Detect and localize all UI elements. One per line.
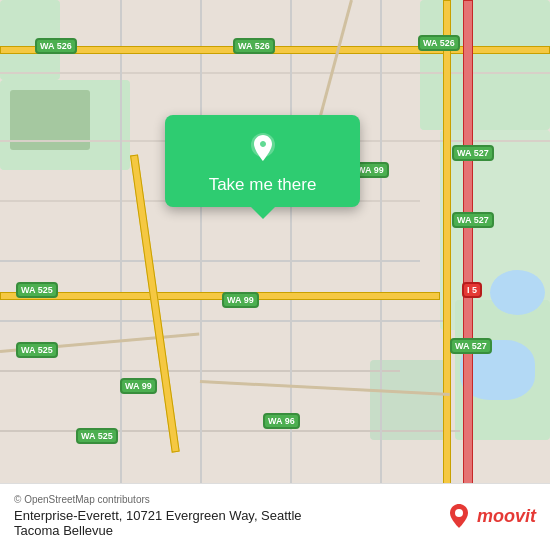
moovit-text: moovit [477, 506, 536, 527]
highway-525 [0, 292, 440, 300]
route-badge-wa527-lower: WA 527 [450, 338, 492, 354]
route-badge-wa525-left: WA 525 [16, 282, 58, 298]
route-badge-wa99-lower: WA 99 [120, 378, 157, 394]
moovit-pin-icon [445, 502, 473, 530]
route-badge-wa525-bottom: WA 525 [76, 428, 118, 444]
street [0, 320, 450, 322]
route-badge-wa526-center: WA 526 [233, 38, 275, 54]
route-badge-wa526-left: WA 526 [35, 38, 77, 54]
green-area [420, 0, 550, 130]
route-badge-wa99-center: WA 99 [222, 292, 259, 308]
street [0, 260, 420, 262]
bottom-bar: © OpenStreetMap contributors Enterprise-… [0, 483, 550, 550]
street [200, 0, 202, 490]
bottom-info: © OpenStreetMap contributors Enterprise-… [14, 494, 445, 538]
popup-label: Take me there [209, 175, 317, 195]
popup-arrow [251, 207, 275, 219]
highway-527 [443, 0, 451, 490]
street [0, 430, 460, 432]
route-badge-wa96: WA 96 [263, 413, 300, 429]
street [380, 0, 382, 490]
svg-point-1 [455, 509, 463, 517]
copyright-text: © OpenStreetMap contributors [14, 494, 445, 505]
moovit-logo: moovit [445, 502, 536, 530]
highway-i5 [463, 0, 473, 490]
route-badge-wa526-right: WA 526 [418, 35, 460, 51]
street [120, 0, 122, 490]
location-popup[interactable]: Take me there [165, 115, 360, 207]
route-badge-i5: I 5 [462, 282, 482, 298]
map-container: WA 526 WA 526 WA 526 WA 527 WA 99 WA 527… [0, 0, 550, 550]
route-badge-wa525-lower: WA 525 [16, 342, 58, 358]
address-line2: Tacoma Bellevue [14, 523, 445, 538]
route-badge-wa527-mid: WA 527 [452, 212, 494, 228]
location-pin-icon [245, 131, 281, 167]
water-body [490, 270, 545, 315]
green-area [370, 360, 450, 440]
route-badge-wa527-upper: WA 527 [452, 145, 494, 161]
address-line1: Enterprise-Everett, 10721 Evergreen Way,… [14, 508, 445, 523]
